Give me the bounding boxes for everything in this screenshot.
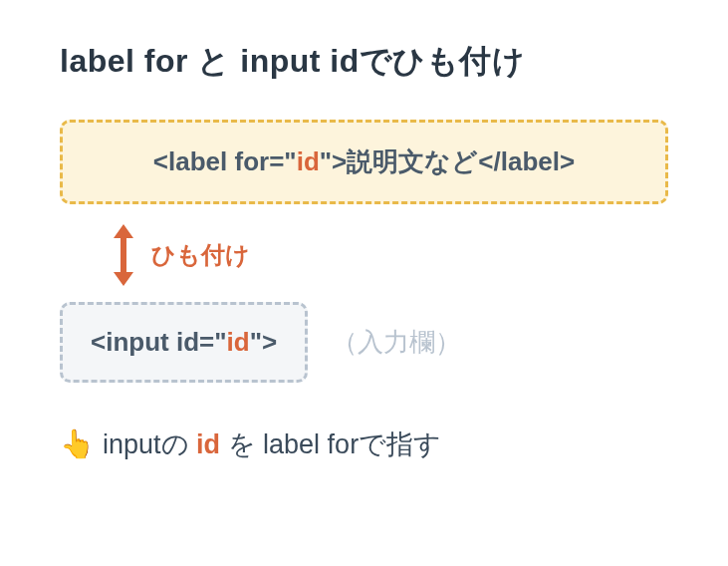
input-open-tag-start: <input id=" [91,327,227,357]
footer-before-id: inputの [103,429,196,459]
input-placeholder-text: （入力欄） [332,325,461,360]
input-id-text: id [227,327,250,357]
label-close-tag: </label> [478,146,575,176]
label-inner-text: 説明文など [347,146,478,176]
label-open-tag-start: <label for=" [153,146,297,176]
label-code-box: <label for="id">説明文など</label> [60,120,668,204]
label-id-text: id [297,146,320,176]
input-code-box: <input id="id"> [60,302,308,383]
input-open-tag-end: "> [250,327,278,357]
diagram-title: label for と input idでひも付け [60,40,668,84]
input-row: <input id="id"> （入力欄） [60,302,668,383]
label-open-tag-end: "> [320,146,348,176]
link-row: ひも付け [110,222,668,288]
pointing-hand-icon: 👆 [60,430,95,458]
double-arrow-icon [110,222,137,288]
footer-after-id: を label forで指す [220,429,441,459]
footer-note: 👆 inputの id を label forで指す [60,426,668,462]
link-label-text: ひも付け [151,239,250,271]
footer-id-text: id [196,429,220,459]
